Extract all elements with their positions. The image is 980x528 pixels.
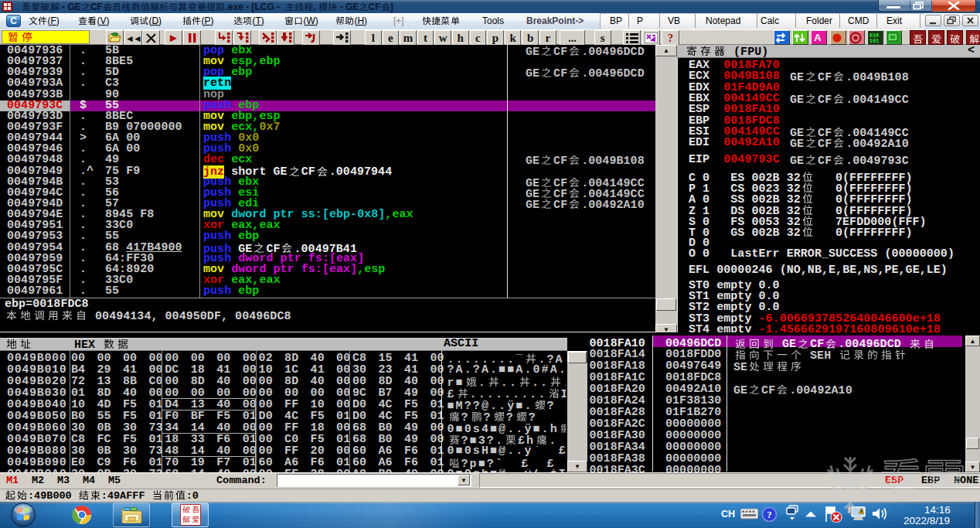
svg-text:101: 101 xyxy=(869,38,880,44)
svg-text:?: ? xyxy=(767,509,772,520)
svg-text:A: A xyxy=(815,32,822,43)
